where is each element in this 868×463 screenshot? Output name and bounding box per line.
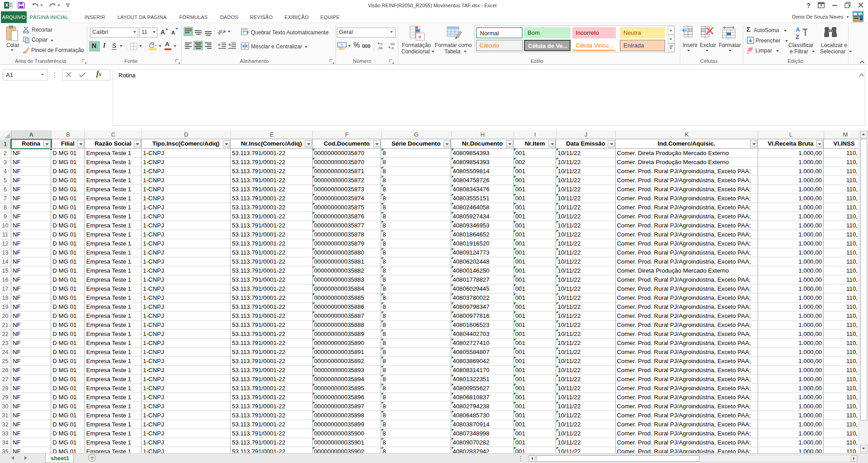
- svg-text:≠: ≠: [418, 33, 421, 40]
- svg-text:00: 00: [391, 42, 395, 46]
- svg-text:ab: ab: [218, 28, 223, 35]
- svg-text:,0: ,0: [391, 46, 394, 50]
- svg-text:Z: Z: [796, 33, 799, 40]
- svg-text:A: A: [796, 26, 800, 33]
- svg-text:0: 0: [381, 42, 383, 46]
- svg-text:,00: ,00: [377, 46, 383, 50]
